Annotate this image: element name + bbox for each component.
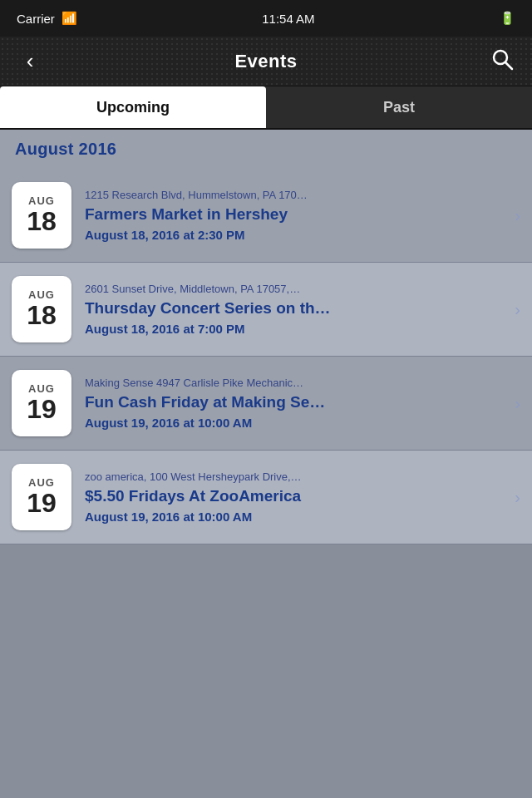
- event-title: Thursday Concert Series on th…: [85, 299, 506, 318]
- tab-bar: Upcoming Past: [0, 86, 532, 130]
- nav-bar: ‹ Events: [0, 37, 532, 86]
- event-datetime: August 18, 2016 at 2:30 PM: [85, 228, 506, 242]
- date-badge: AUG 18: [12, 276, 71, 342]
- event-month: AUG: [28, 288, 55, 301]
- chevron-right-icon: ›: [515, 488, 520, 507]
- event-title: $5.50 Fridays At ZooAmerica: [85, 487, 506, 505]
- event-list: AUG 18 1215 Research Blvd, Hummelstown, …: [0, 169, 532, 544]
- chevron-right-icon: ›: [515, 206, 520, 225]
- event-day: 18: [27, 207, 57, 236]
- date-badge: AUG 19: [12, 370, 71, 436]
- event-info: Making Sense 4947 Carlisle Pike Mechanic…: [85, 377, 506, 430]
- event-info: 2601 Sunset Drive, Middletown, PA 17057,…: [85, 283, 506, 336]
- event-item[interactable]: AUG 19 zoo america, 100 West Hersheypark…: [0, 451, 532, 544]
- event-datetime: August 18, 2016 at 7:00 PM: [85, 322, 506, 336]
- date-badge: AUG 18: [12, 182, 71, 249]
- back-button[interactable]: ‹: [13, 48, 47, 74]
- battery-icon: 🔋: [500, 11, 515, 26]
- chevron-right-icon: ›: [515, 394, 520, 413]
- event-datetime: August 19, 2016 at 10:00 AM: [85, 416, 506, 430]
- event-address: 1215 Research Blvd, Hummelstown, PA 170…: [85, 189, 506, 201]
- date-badge: AUG 19: [12, 464, 71, 530]
- status-bar: Carrier 📶 11:54 AM 🔋: [0, 0, 532, 37]
- event-datetime: August 19, 2016 at 10:00 AM: [85, 510, 506, 524]
- event-info: 1215 Research Blvd, Hummelstown, PA 170……: [85, 189, 506, 242]
- event-address: zoo america, 100 West Hersheypark Drive,…: [85, 470, 506, 483]
- event-day: 19: [27, 489, 57, 518]
- status-left: Carrier 📶: [17, 11, 77, 26]
- event-day: 19: [27, 395, 57, 424]
- event-info: zoo america, 100 West Hersheypark Drive,…: [85, 470, 506, 524]
- event-month: AUG: [28, 476, 55, 489]
- event-address: 2601 Sunset Drive, Middletown, PA 17057,…: [85, 283, 506, 295]
- event-title: Fun Cash Friday at Making Se…: [85, 393, 506, 411]
- page-title: Events: [234, 51, 297, 72]
- event-title: Farmers Market in Hershey: [85, 205, 506, 224]
- search-button[interactable]: [485, 47, 519, 76]
- event-item[interactable]: AUG 19 Making Sense 4947 Carlisle Pike M…: [0, 357, 532, 451]
- event-item[interactable]: AUG 18 1215 Research Blvd, Hummelstown, …: [0, 169, 532, 263]
- svg-line-1: [505, 62, 512, 69]
- event-day: 18: [27, 301, 57, 330]
- event-item[interactable]: AUG 18 2601 Sunset Drive, Middletown, PA…: [0, 263, 532, 357]
- event-month: AUG: [28, 195, 55, 207]
- chevron-right-icon: ›: [515, 300, 520, 319]
- time-label: 11:54 AM: [262, 12, 314, 26]
- tab-upcoming[interactable]: Upcoming: [0, 86, 266, 128]
- event-month: AUG: [28, 382, 55, 395]
- search-icon: [490, 47, 514, 71]
- carrier-label: Carrier: [17, 12, 55, 26]
- event-address: Making Sense 4947 Carlisle Pike Mechanic…: [85, 377, 506, 389]
- wifi-icon: 📶: [62, 11, 77, 26]
- month-header: August 2016: [0, 130, 532, 169]
- tab-past[interactable]: Past: [266, 86, 532, 128]
